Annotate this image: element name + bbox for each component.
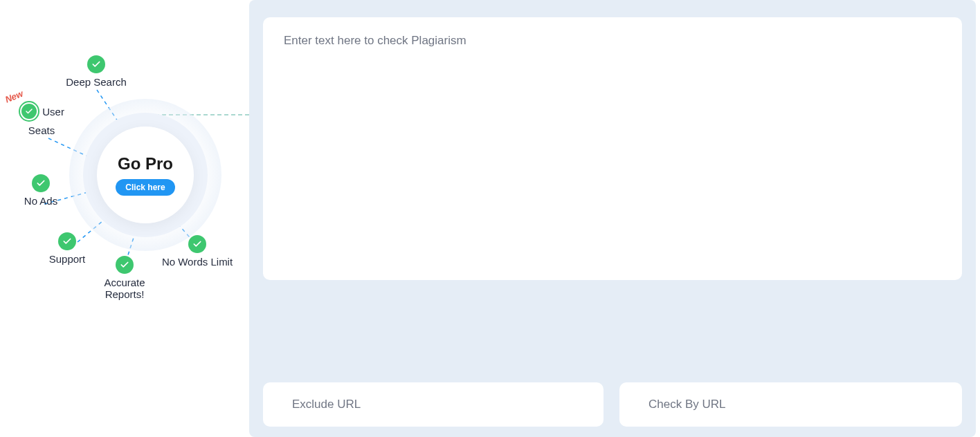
check-icon xyxy=(188,235,206,253)
click-here-button[interactable]: Click here xyxy=(116,179,174,196)
feature-accurate-reports: Accurate Reports! xyxy=(93,256,156,300)
check-by-url-input[interactable] xyxy=(619,382,962,427)
go-pro-title: Go Pro xyxy=(118,154,173,174)
feature-label: Accurate Reports! xyxy=(104,277,145,300)
feature-label: Support xyxy=(49,253,86,265)
check-icon xyxy=(32,174,50,192)
go-pro-widget: Go Pro Click here Deep Search New User S… xyxy=(0,35,249,325)
check-icon xyxy=(116,256,134,274)
feature-deep-search: Deep Search xyxy=(58,55,134,88)
check-icon xyxy=(87,55,105,73)
plagiarism-textarea[interactable] xyxy=(263,17,962,280)
feature-no-ads: No Ads xyxy=(17,174,65,207)
feature-no-words-limit: No Words Limit xyxy=(156,235,239,268)
new-badge: New xyxy=(3,89,24,105)
feature-user-seats: New User Seats xyxy=(10,101,73,136)
check-icon xyxy=(58,232,76,250)
feature-support: Support xyxy=(43,232,91,265)
feature-label: No Words Limit xyxy=(162,256,233,268)
feature-label: No Ads xyxy=(24,195,57,207)
exclude-url-input[interactable] xyxy=(263,382,604,427)
check-icon xyxy=(19,101,39,122)
feature-label: Deep Search xyxy=(66,76,127,88)
go-pro-center: Go Pro Click here xyxy=(97,127,194,223)
main-panel xyxy=(249,0,976,437)
